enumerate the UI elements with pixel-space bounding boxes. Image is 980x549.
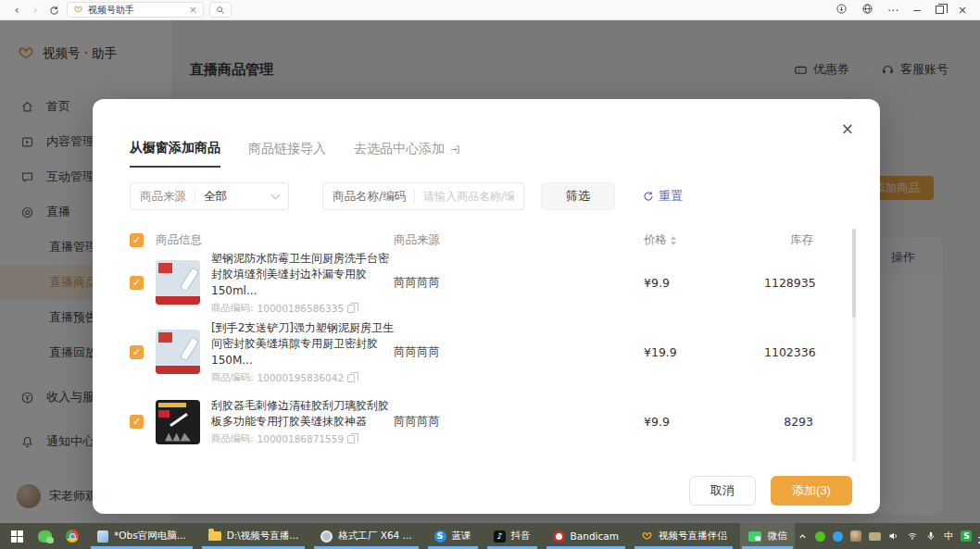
tab-from-showcase[interactable]: 从橱窗添加商品 xyxy=(130,140,220,168)
douyin-icon: ♪ xyxy=(494,530,506,543)
product-stock: 1102336 xyxy=(764,345,813,359)
wifi-icon[interactable] xyxy=(907,530,918,542)
reset-button[interactable]: 重置 xyxy=(643,188,683,205)
wechat-window-icon xyxy=(748,531,761,542)
taskbar-app-obs[interactable]: *Obs官网电脑... xyxy=(89,523,195,549)
tab-selection-center[interactable]: 去选品中心添加 xyxy=(354,140,461,168)
product-stock: 1128935 xyxy=(764,276,813,290)
tray-keyboard-icon[interactable] xyxy=(869,532,881,541)
search-input-label: 商品名称/编码 xyxy=(333,189,406,205)
add-goods-modal: × 从橱窗添加商品 商品链接导入 去选品中心添加 商品来源 全部 商品名称/编码 xyxy=(93,99,880,514)
filter-button[interactable]: 筛选 xyxy=(541,182,615,210)
download-icon[interactable] xyxy=(836,3,848,17)
browser-tab[interactable]: 视频号助手 × xyxy=(67,2,204,18)
browser-titlebar: ‹ › 视频号助手 × ⋯ − × xyxy=(0,0,980,20)
product-code: 商品编码: 10000186586335 xyxy=(211,302,394,315)
window-controls: ⋯ − × xyxy=(836,3,973,17)
forward-icon[interactable]: › xyxy=(26,1,44,19)
divider xyxy=(195,190,195,203)
taskbar-app-explorer[interactable]: D:\视频号直播... xyxy=(200,523,308,549)
taskbar-clock[interactable]: 11:50:47 2025/5/31 xyxy=(975,525,980,546)
system-tray: 中 S xyxy=(798,530,975,543)
col-header-source: 商品来源 xyxy=(394,232,644,248)
row-checkbox[interactable]: ✓ xyxy=(130,415,144,429)
product-image xyxy=(156,400,200,444)
reset-label: 重置 xyxy=(659,188,683,205)
modal-scrollbar[interactable] xyxy=(852,229,856,462)
cancel-button[interactable]: 取消 xyxy=(689,476,756,505)
sort-icon[interactable] xyxy=(671,236,676,245)
page-background: 视频号 · 助手 首页 内容管理 互动管理 直播 xyxy=(0,20,980,523)
ime-indicator[interactable]: 中 xyxy=(944,530,953,543)
product-info: 刮胶器毛刺修边清硅胶刮刀璃胶刮胶板多功能专用打胶美缝抹胶神器 商品编码: 100… xyxy=(156,398,394,446)
product-info: [到手2支送铲刀]强力塑钢泥厨房卫生间密封胶美缝填隙专用厨卫密封胶150M...… xyxy=(156,320,394,384)
more-menu-icon[interactable]: ⋯ xyxy=(887,5,898,16)
tab-title: 视频号助手 xyxy=(88,4,184,17)
tab-close-icon[interactable]: × xyxy=(189,4,197,16)
search-icon[interactable] xyxy=(209,2,232,18)
modal-footer: 取消 添加(3) xyxy=(689,476,852,505)
bandicam-icon xyxy=(553,530,565,543)
source-select-value: 全部 xyxy=(204,189,264,205)
screen: ‹ › 视频号助手 × ⋯ − × xyxy=(0,0,980,549)
search-input-placeholder: 请输入商品名称/编码搜索 xyxy=(423,189,514,205)
source-select[interactable]: 商品来源 全部 xyxy=(130,182,289,210)
copy-icon[interactable] xyxy=(347,435,355,443)
tab-link-import[interactable]: 商品链接导入 xyxy=(248,140,326,168)
back-icon[interactable]: ‹ xyxy=(7,1,26,19)
product-info: 塑钢泥防水防霉卫生间厨房洗手台密封胶填缝剂美缝封边补漏专用胶150ml... 商… xyxy=(156,251,394,315)
tray-avatar-icon[interactable] xyxy=(850,530,861,542)
tray-wechat-icon[interactable] xyxy=(815,531,825,542)
copy-icon[interactable] xyxy=(347,305,355,313)
table-row: ✓ 刮胶器毛刺修边清硅胶刮刀璃胶刮胶板多功能专用打胶美缝抹胶神器 商品编码: 1… xyxy=(130,387,843,456)
microphone-icon[interactable] xyxy=(925,530,936,542)
row-checkbox[interactable]: ✓ xyxy=(130,276,144,290)
product-source: 苘苘苘苘 xyxy=(394,344,644,360)
folder-icon xyxy=(208,531,221,541)
taskbar-app-wechat-window[interactable]: 微信 xyxy=(740,523,795,549)
channels-logo-icon xyxy=(73,5,83,15)
product-title: 刮胶器毛刺修边清硅胶刮刀璃胶刮胶板多功能专用打胶美缝抹胶神器 xyxy=(211,398,394,430)
channels-logo-icon xyxy=(641,530,653,543)
taskbar-app-bandicam[interactable]: Bandicam xyxy=(545,523,627,549)
minimize-icon[interactable]: − xyxy=(912,5,922,16)
tray-expand-icon[interactable] xyxy=(798,531,808,542)
external-link-icon xyxy=(449,143,461,156)
source-select-label: 商品来源 xyxy=(140,189,186,205)
product-price: ¥19.9 xyxy=(644,345,764,359)
product-source: 苘苘苘苘 xyxy=(394,275,644,291)
row-checkbox[interactable]: ✓ xyxy=(130,345,144,359)
filter-bar: 商品来源 全部 商品名称/编码 请输入商品名称/编码搜索 筛选 重置 xyxy=(130,182,843,210)
taskbar-wechat-icon[interactable] xyxy=(31,523,58,549)
product-image xyxy=(156,330,200,374)
table-row: ✓ 塑钢泥防水防霉卫生间厨房洗手台密封胶填缝剂美缝封边补漏专用胶150ml...… xyxy=(130,248,843,318)
col-header-price[interactable]: 价格 xyxy=(644,232,764,248)
taskbar-app-formatfactory[interactable]: 格式工厂 X64 ... xyxy=(312,523,420,549)
lanke-icon: S xyxy=(434,530,446,543)
taskbar-app-douyin[interactable]: ♪抖音 xyxy=(485,523,539,549)
product-code: 商品编码: 10000195836042 xyxy=(211,371,394,384)
taskbar-chrome-icon[interactable] xyxy=(58,523,86,549)
window-close-icon[interactable]: × xyxy=(958,5,967,16)
scrollbar-thumb[interactable] xyxy=(852,229,856,318)
tray-sogou-icon[interactable]: S xyxy=(961,530,972,542)
refresh-icon[interactable] xyxy=(44,1,63,19)
product-image xyxy=(156,260,200,305)
volume-icon[interactable] xyxy=(888,530,899,542)
modal-close-icon[interactable]: × xyxy=(841,121,854,137)
start-button[interactable] xyxy=(3,523,31,549)
taskbar: *Obs官网电脑... D:\视频号直播... 格式工厂 X64 ... S蓝课… xyxy=(0,523,980,549)
select-all-checkbox[interactable]: ✓ xyxy=(130,233,144,247)
copy-icon[interactable] xyxy=(347,374,355,382)
taskbar-app-lanke[interactable]: S蓝课 xyxy=(426,523,480,549)
product-code: 商品编码: 10000186871559 xyxy=(211,432,394,445)
tray-telegram-icon[interactable] xyxy=(833,531,843,542)
globe-icon[interactable] xyxy=(861,3,873,17)
chevron-down-icon xyxy=(271,190,281,199)
restore-icon[interactable] xyxy=(936,6,944,14)
refresh-icon xyxy=(643,191,654,202)
confirm-add-button[interactable]: 添加(3) xyxy=(771,476,852,505)
windows-icon xyxy=(11,530,23,543)
goods-search-input[interactable]: 商品名称/编码 请输入商品名称/编码搜索 xyxy=(322,182,524,210)
taskbar-app-channels-companion[interactable]: 视频号直播伴侣 xyxy=(633,523,735,549)
